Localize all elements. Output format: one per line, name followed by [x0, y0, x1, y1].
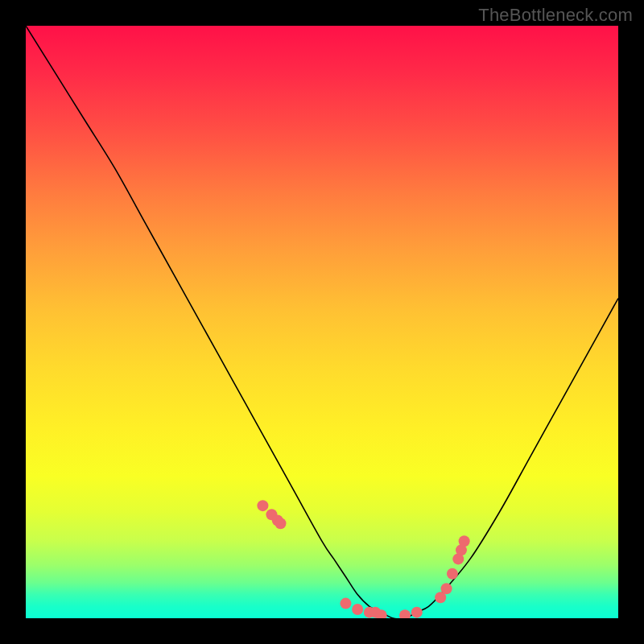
highlight-marker: [441, 583, 452, 594]
highlight-marker: [399, 609, 411, 618]
chart-svg: [26, 26, 618, 618]
highlight-marker: [352, 604, 363, 615]
highlight-marker: [340, 598, 351, 609]
highlight-marker: [411, 607, 423, 618]
bottleneck-curve: [26, 26, 618, 618]
highlight-marker: [257, 500, 268, 511]
highlight-marker: [275, 518, 286, 529]
highlight-marker: [459, 535, 470, 547]
chart-plot-area: [26, 26, 618, 618]
highlight-marker: [447, 568, 458, 580]
watermark-text: TheBottleneck.com: [478, 5, 633, 26]
